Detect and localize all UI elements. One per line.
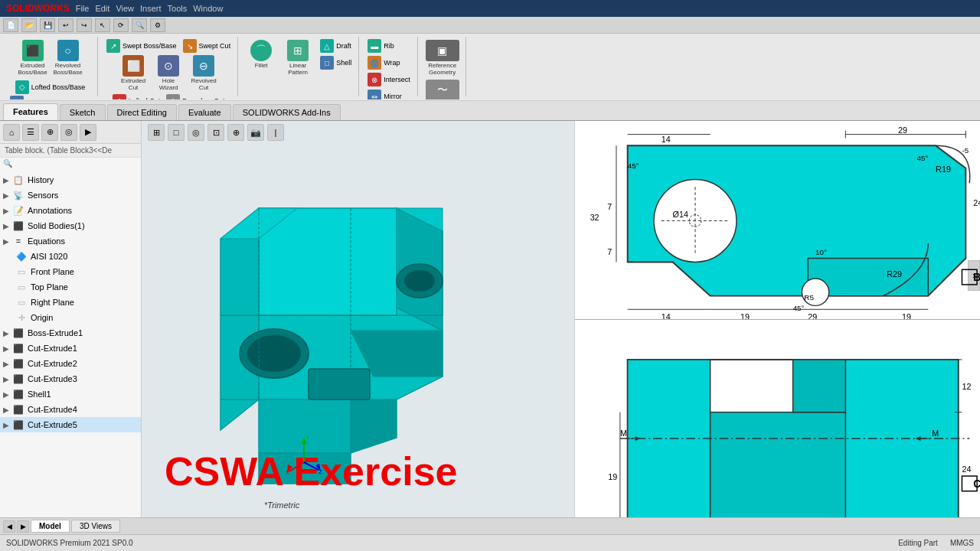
tree-item-front-plane[interactable]: ▭ Front Plane bbox=[0, 264, 141, 279]
tree-item-solid-bodies[interactable]: ▶ ⬛ Solid Bodies(1) bbox=[0, 218, 141, 233]
status-units: MMGS bbox=[950, 539, 974, 547]
draft-button[interactable]: △ Draft bbox=[318, 38, 354, 54]
hole-wizard-button[interactable]: ⊙ HoleWizard bbox=[152, 54, 185, 93]
lofted-cut-button[interactable]: ◇ Lofted Cut bbox=[110, 93, 163, 99]
sidebar-tool-list[interactable]: ☰ bbox=[22, 124, 39, 141]
hole-label: HoleWizard bbox=[159, 78, 178, 92]
cut-extrude4-icon: ⬛ bbox=[12, 403, 24, 416]
tab-sketch[interactable]: Sketch bbox=[60, 104, 106, 120]
history-arrow: ▶ bbox=[3, 176, 12, 184]
tree-item-right-plane[interactable]: ▭ Right Plane bbox=[0, 295, 141, 310]
view-tab-model[interactable]: Model bbox=[31, 520, 70, 533]
view-more-button[interactable]: | bbox=[267, 124, 284, 141]
annotations-icon: 📝 bbox=[12, 204, 24, 217]
view-hide-button[interactable]: ◎ bbox=[188, 124, 204, 141]
select-button[interactable]: ↖ bbox=[95, 18, 110, 32]
tree-item-cut-extrude5[interactable]: ▶ ⬛ Cut-Extrude5 bbox=[0, 417, 141, 432]
cut-extrude2-label: Cut-Extrude2 bbox=[28, 359, 77, 368]
options-button[interactable]: ⚙ bbox=[150, 18, 165, 32]
curves-button[interactable]: 〜 Curves bbox=[424, 78, 461, 99]
dim-14-top: 14 bbox=[662, 135, 671, 144]
sidebar-tool-config[interactable]: ▶ bbox=[80, 124, 96, 141]
linear-pattern-button[interactable]: ⊞ LinearPattern bbox=[281, 38, 315, 78]
reference-geometry-button[interactable]: ▣ ReferenceGeometry bbox=[424, 38, 461, 78]
svg-text:Z: Z bbox=[318, 468, 322, 475]
dim-29-bottom: 29 bbox=[808, 312, 817, 319]
tree-item-equations[interactable]: ▶ = Equations bbox=[0, 233, 141, 249]
boundary-boss-button[interactable]: ◈ Boundary Boss/Base bbox=[8, 95, 93, 99]
sidebar-tool-target[interactable]: ◎ bbox=[60, 124, 77, 141]
tab-evaluate[interactable]: Evaluate bbox=[178, 104, 231, 120]
revolved-boss-button[interactable]: ○ RevolvedBoss/Base bbox=[51, 38, 85, 78]
view-display-button[interactable]: □ bbox=[168, 124, 185, 141]
fillet-button[interactable]: ⌒ Fillet bbox=[244, 38, 278, 71]
view-camera-button[interactable]: 📷 bbox=[247, 124, 264, 141]
tree-item-origin[interactable]: ✛ Origin bbox=[0, 310, 141, 325]
menu-tools[interactable]: Tools bbox=[168, 4, 188, 13]
tree-item-cut-extrude4[interactable]: ▶ ⬛ Cut-Extrude4 bbox=[0, 402, 141, 417]
cut-extrude4-arrow: ▶ bbox=[3, 406, 12, 414]
view-orient-button[interactable]: ⊞ bbox=[148, 124, 165, 141]
menu-edit[interactable]: Edit bbox=[95, 4, 109, 13]
tree-item-top-plane[interactable]: ▭ Top Plane bbox=[0, 279, 141, 295]
tree-item-cut-extrude3[interactable]: ▶ ⬛ Cut-Extrude3 bbox=[0, 371, 141, 386]
revolved-cut-button[interactable]: ⊖ RevolvedCut bbox=[187, 54, 220, 93]
tab-features[interactable]: Features bbox=[3, 103, 58, 120]
tree-item-shell1[interactable]: ▶ ⬛ Shell1 bbox=[0, 386, 141, 402]
viewport[interactable]: ⊞ □ ◎ ⊡ ⊕ 📷 | bbox=[142, 121, 574, 517]
tree-item-annotations[interactable]: ▶ 📝 Annotations bbox=[0, 203, 141, 218]
wrap-button[interactable]: 🌀 Wrap bbox=[365, 55, 413, 70]
angle-45-tl: 45° bbox=[628, 161, 639, 170]
tree-item-boss-extrude1[interactable]: ▶ ⬛ Boss-Extrude1 bbox=[0, 325, 141, 341]
save-button[interactable]: 💾 bbox=[40, 18, 55, 32]
extruded-cut-button[interactable]: ⬜ ExtrudedCut bbox=[116, 54, 150, 93]
menu-file[interactable]: File bbox=[76, 4, 90, 13]
new-button[interactable]: 📄 bbox=[3, 18, 18, 32]
boss-extrude1-label: Boss-Extrude1 bbox=[28, 328, 83, 337]
tree-item-cut-extrude2[interactable]: ▶ ⬛ Cut-Extrude2 bbox=[0, 356, 141, 371]
tab-addins[interactable]: SOLIDWORKS Add-Ins bbox=[233, 104, 341, 120]
extruded-boss-button[interactable]: ⬛ ExtrudedBoss/Base bbox=[16, 38, 50, 78]
boundary-label: Boundary Boss/Base bbox=[26, 99, 90, 99]
mirror-button[interactable]: ⇔ Mirror bbox=[365, 89, 413, 99]
svg-text:X: X bbox=[286, 469, 290, 475]
view-ref-button[interactable]: ⊕ bbox=[227, 124, 244, 141]
swept-boss-button[interactable]: ↗ Swept Boss/Base bbox=[104, 38, 179, 54]
swept-cut-button[interactable]: ↘ Swept Cut bbox=[181, 38, 234, 54]
menu-window[interactable]: Window bbox=[193, 4, 223, 13]
top-view-svg: B Ø14 R5 bbox=[575, 121, 980, 320]
view-nav-prev[interactable]: ◀ bbox=[3, 520, 15, 533]
drawing-pane: B Ø14 R5 bbox=[574, 121, 980, 517]
toolbar-group-ref: ▣ ReferenceGeometry 〜 Curves bbox=[420, 37, 466, 96]
menu-insert[interactable]: Insert bbox=[140, 4, 162, 13]
tree-item-sensors[interactable]: ▶ 📡 Sensors bbox=[0, 187, 141, 203]
view-tab-3d-views[interactable]: 3D Views bbox=[71, 520, 120, 533]
zoom-button[interactable]: 🔍 bbox=[132, 18, 147, 32]
sidebar-title: Table block. (Table Block3<<De bbox=[5, 146, 112, 155]
view-nav-next[interactable]: ▶ bbox=[17, 520, 29, 533]
toolbar: 📄 📂 💾 ↩ ↪ ↖ ⟳ 🔍 ⚙ ⬛ ExtrudedBoss/Base ○ … bbox=[0, 17, 980, 101]
open-button[interactable]: 📂 bbox=[21, 18, 37, 32]
sidebar-tool-home[interactable]: ⌂ bbox=[3, 124, 20, 141]
cut-extrude5-label: Cut-Extrude5 bbox=[28, 420, 77, 429]
tree-item-cut-extrude1[interactable]: ▶ ⬛ Cut-Extrude1 bbox=[0, 341, 141, 356]
redo-button[interactable]: ↪ bbox=[77, 18, 92, 32]
tree-item-history[interactable]: ▶ 📋 History bbox=[0, 172, 141, 187]
undo-button[interactable]: ↩ bbox=[58, 18, 74, 32]
angle-10: 10° bbox=[815, 248, 827, 256]
cut-extrude2-arrow: ▶ bbox=[3, 360, 12, 368]
rib-button[interactable]: ▬ Rib bbox=[365, 38, 413, 54]
intersect-button[interactable]: ⊗ Intersect bbox=[365, 72, 413, 87]
tab-direct-editing[interactable]: Direct Editing bbox=[107, 104, 177, 120]
lofted-boss-button[interactable]: ◇ Lofted Boss/Base bbox=[13, 80, 88, 95]
menu-view[interactable]: View bbox=[116, 4, 134, 13]
boundary-cut-button[interactable]: ◈ Boundary Cut bbox=[164, 93, 227, 99]
shell-button[interactable]: □ Shell bbox=[318, 55, 354, 70]
sidebar-tool-prop[interactable]: ⊕ bbox=[41, 124, 58, 141]
rotate-button[interactable]: ⟳ bbox=[113, 18, 129, 32]
cut-extrude1-label: Cut-Extrude1 bbox=[28, 344, 77, 353]
svg-point-11 bbox=[247, 335, 301, 372]
tree-item-material[interactable]: 🔷 AISI 1020 bbox=[0, 249, 141, 264]
shell1-label: Shell1 bbox=[28, 390, 51, 399]
view-sect-button[interactable]: ⊡ bbox=[207, 124, 224, 141]
